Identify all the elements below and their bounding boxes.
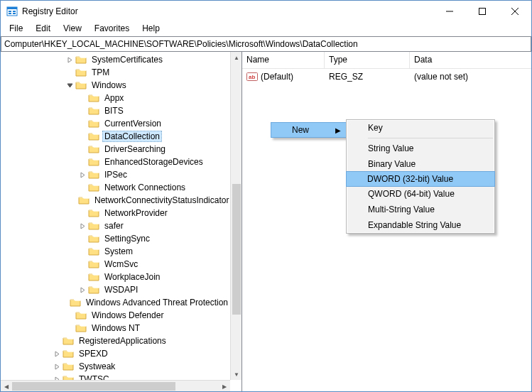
value-name: (Default)	[261, 72, 293, 82]
context-separator	[368, 138, 493, 138]
expander-icon[interactable]	[77, 170, 87, 180]
tree-item-label: Network Connections	[102, 182, 188, 193]
tree-item-label: EnhancedStorageDevices	[102, 156, 205, 168]
expander-icon[interactable]	[65, 55, 75, 65]
expander-icon[interactable]	[65, 80, 75, 90]
tree-item[interactable]: SPEXD	[1, 347, 230, 360]
svg-text:ab: ab	[249, 74, 255, 80]
menu-help[interactable]: Help	[136, 22, 165, 36]
tree-horizontal-scrollbar[interactable]: ◀ ▶	[1, 380, 230, 391]
context-item[interactable]: Multi-String Value	[347, 202, 494, 217]
expander-icon[interactable]	[77, 285, 87, 295]
menu-edit[interactable]: Edit	[30, 22, 56, 36]
folder-icon	[88, 246, 99, 256]
tree-item-label: Systweak	[77, 361, 117, 372]
tree-item[interactable]: Windows Advanced Threat Protection	[1, 296, 230, 309]
menu-view[interactable]: View	[58, 22, 87, 36]
tree-item[interactable]: BITS	[1, 104, 230, 117]
tree-item-label: Windows	[89, 80, 129, 91]
values-header[interactable]: Name Type Data	[242, 52, 531, 69]
menu-favorites[interactable]: Favorites	[89, 22, 135, 36]
expander-spacer	[77, 131, 87, 141]
tree-item[interactable]: DataCollection	[1, 130, 230, 143]
column-data[interactable]: Data	[410, 52, 531, 68]
tree-item[interactable]: safer	[1, 219, 230, 232]
tree-item[interactable]: WcmSvc	[1, 258, 230, 271]
context-item[interactable]: QWORD (64-bit) Value	[347, 186, 494, 202]
context-item[interactable]: Binary Value	[347, 156, 494, 172]
expander-spacer	[65, 310, 75, 320]
menu-file[interactable]: File	[4, 22, 28, 36]
scroll-down-icon[interactable]: ▼	[231, 369, 242, 380]
close-button[interactable]	[499, 1, 531, 22]
tree-item[interactable]: Windows Defender	[1, 309, 230, 322]
svg-rect-7	[479, 9, 486, 15]
context-menu[interactable]: New ▶	[271, 122, 347, 138]
values-pane: Name Type Data ab (Default) REG_SZ (valu…	[242, 52, 531, 391]
context-item[interactable]: Expandable String Value	[347, 217, 494, 233]
tree-item[interactable]: NetworkProvider	[1, 207, 230, 219]
scroll-thumb[interactable]	[232, 184, 241, 315]
tree-item-label: NetworkProvider	[102, 207, 170, 219]
main-split: SystemCertificatesTPMWindowsAppxBITSCurr…	[1, 52, 531, 391]
expander-icon[interactable]	[52, 361, 62, 371]
tree-item[interactable]: Windows	[1, 79, 230, 92]
tree-item[interactable]: SettingSync	[1, 232, 230, 245]
context-item[interactable]: Key	[347, 120, 494, 136]
tree-item[interactable]: CurrentVersion	[1, 117, 230, 130]
scroll-thumb-h[interactable]	[12, 382, 175, 391]
tree-item[interactable]: IPSec	[1, 168, 230, 181]
column-name[interactable]: Name	[242, 52, 325, 68]
expander-spacer	[77, 157, 87, 167]
scroll-right-icon[interactable]: ▶	[219, 381, 230, 391]
folder-icon	[75, 323, 87, 333]
expander-icon[interactable]	[52, 374, 62, 380]
tree-item[interactable]: Network Connections	[1, 181, 230, 194]
expander-spacer	[65, 67, 75, 77]
column-type[interactable]: Type	[325, 52, 410, 68]
folder-icon	[78, 195, 89, 205]
context-item-new[interactable]: New ▶	[271, 122, 347, 138]
tree-item[interactable]: Systweak	[1, 360, 230, 373]
context-item[interactable]: String Value	[347, 141, 494, 156]
tree-item[interactable]: Windows NT	[1, 322, 230, 334]
window-controls	[433, 1, 531, 22]
tree-item[interactable]: DriverSearching	[1, 143, 230, 156]
string-value-icon: ab	[246, 72, 258, 82]
context-submenu-new[interactable]: KeyString ValueBinary ValueDWORD (32-bit…	[346, 119, 495, 234]
tree-item[interactable]: SystemCertificates	[1, 53, 230, 66]
expander-spacer	[65, 323, 75, 333]
svg-rect-1	[7, 7, 17, 9]
minimize-button[interactable]	[433, 1, 466, 22]
scroll-left-icon[interactable]: ◀	[1, 381, 12, 391]
folder-icon	[70, 298, 81, 307]
tree-item[interactable]: System	[1, 245, 230, 258]
menubar: File Edit View Favorites Help	[1, 22, 531, 36]
expander-icon[interactable]	[77, 221, 87, 231]
tree-item[interactable]: WSDAPI	[1, 283, 230, 296]
address-bar[interactable]: Computer\HKEY_LOCAL_MACHINE\SOFTWARE\Pol…	[1, 36, 531, 52]
tree-item-label: CurrentVersion	[102, 118, 163, 129]
tree-item[interactable]: NetworkConnectivityStatusIndicator	[1, 194, 230, 207]
tree-item[interactable]: RegisteredApplications	[1, 334, 230, 347]
tree-item-label: TWTSC	[77, 374, 112, 380]
tree-item[interactable]: EnhancedStorageDevices	[1, 156, 230, 168]
expander-spacer	[65, 298, 69, 307]
expander-icon[interactable]	[52, 349, 62, 359]
scroll-up-icon[interactable]: ▲	[231, 52, 242, 63]
tree-vertical-scrollbar[interactable]: ▲ ▼	[230, 52, 241, 380]
folder-icon	[88, 106, 99, 116]
registry-tree[interactable]: SystemCertificatesTPMWindowsAppxBITSCurr…	[1, 52, 230, 380]
value-type: REG_SZ	[329, 72, 363, 82]
values-list[interactable]: ab (Default) REG_SZ (value not set)	[242, 69, 531, 83]
folder-icon	[88, 119, 99, 129]
value-row[interactable]: ab (Default) REG_SZ (value not set)	[242, 70, 531, 83]
tree-item[interactable]: WorkplaceJoin	[1, 271, 230, 283]
tree-item[interactable]: TPM	[1, 66, 230, 79]
context-item[interactable]: DWORD (32-bit) Value	[346, 171, 495, 187]
folder-icon	[75, 67, 87, 77]
maximize-button[interactable]	[466, 1, 499, 22]
tree-item[interactable]: Appx	[1, 92, 230, 104]
tree-item[interactable]: TWTSC	[1, 373, 230, 380]
folder-icon	[88, 208, 99, 218]
